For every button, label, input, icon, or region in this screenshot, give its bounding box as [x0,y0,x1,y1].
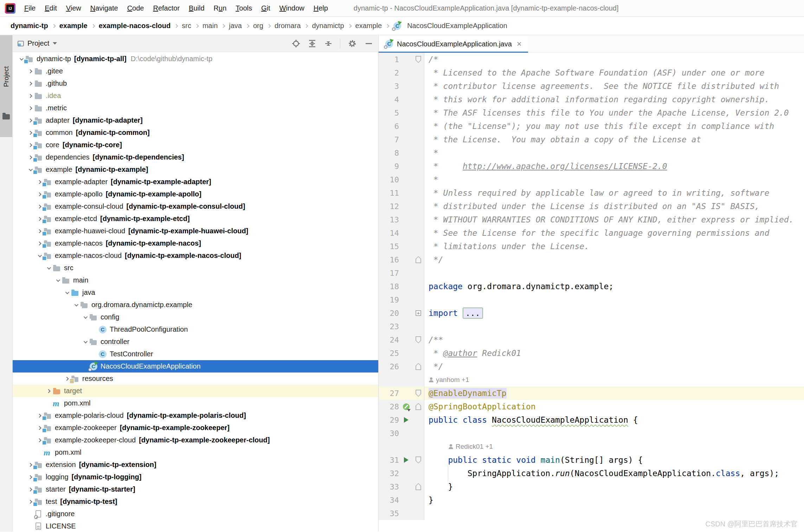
tree-expander-icon[interactable] [63,288,71,297]
fold-marker-icon[interactable]: + [413,310,424,316]
breadcrumb-item-main[interactable]: main [202,22,218,30]
tree-item-.gitignore[interactable]: .gitignore [13,508,378,520]
editor-gutter[interactable]: 1 [379,53,424,66]
editor-gutter[interactable]: 23 [379,320,424,333]
tree-item-java[interactable]: java [13,286,378,299]
tree-expander-icon[interactable] [26,92,34,100]
breadcrumb-item-org[interactable]: org [253,22,263,30]
editor-gutter[interactable]: 32 [379,467,424,480]
tree-item-example-zookeeper[interactable]: example-zookeeper[dynamic-tp-example-zoo… [13,422,378,434]
tree-item-example[interactable]: example[dynamic-tp-example] [13,163,378,176]
tree-item-common[interactable]: common[dynamic-tp-common] [13,126,378,139]
tree-item-dynamic-tp[interactable]: dynamic-tp[dynamic-tp-all]D:\code\github… [13,53,378,65]
fold-marker-icon[interactable] [413,56,424,63]
tree-item-adapter[interactable]: adapter[dynamic-tp-adapter] [13,114,378,126]
editor-gutter[interactable]: 8 [379,146,424,160]
tree-item-example-zookeeper-cloud[interactable]: example-zookeeper-cloud[dynamic-tp-examp… [13,434,378,446]
tree-item-controller[interactable]: controller [13,336,378,348]
menu-navigate[interactable]: Navigate [86,4,123,12]
editor-gutter[interactable]: 14 [379,226,424,240]
tree-item-src[interactable]: src [13,262,378,274]
expand-all-icon[interactable] [308,39,317,48]
tree-item-.github[interactable]: .github [13,77,378,90]
menu-refactor[interactable]: Refactor [148,4,184,12]
menu-build[interactable]: Build [184,4,209,12]
tree-item-extension[interactable]: extension[dynamic-tp-extension] [13,459,378,471]
editor-gutter[interactable]: 19 [379,293,424,306]
tree-item-example-adapter[interactable]: example-adapter[dynamic-tp-example-adapt… [13,176,378,188]
editor-tab-active[interactable]: C NacosCloudExampleApplication.java × [379,35,528,53]
settings-icon[interactable] [347,39,357,48]
fold-marker-icon[interactable] [413,256,424,263]
fold-marker-icon[interactable] [413,483,424,490]
editor-gutter[interactable]: 31 [379,453,424,467]
tree-item-example-etcd[interactable]: example-etcd[dynamic-tp-example-etcd] [13,213,378,225]
author-inlay-hint[interactable]: yanhom +1 [429,376,469,384]
menu-tools[interactable]: Tools [231,4,257,12]
tree-item-core[interactable]: core[dynamic-tp-core] [13,139,378,151]
tree-item-resources[interactable]: resources [13,372,378,385]
breadcrumb-item-example-nacos-cloud[interactable]: example-nacos-cloud [99,22,171,30]
editor-gutter[interactable] [379,440,424,453]
tree-item-pom.xml[interactable]: mpom.xml [13,397,378,409]
fold-marker-icon[interactable] [413,390,424,397]
menu-code[interactable]: Code [123,4,149,12]
editor-gutter[interactable]: 34 [379,493,424,507]
tree-item-.gitee[interactable]: .gitee [13,65,378,77]
editor-gutter[interactable]: 30 [379,427,424,440]
tree-item-test[interactable]: test[dynamic-tp-test] [13,495,378,508]
project-view-dropdown[interactable]: Project [27,39,49,47]
tree-item-starter[interactable]: starter[dynamic-tp-starter] [13,483,378,495]
fold-marker-icon[interactable] [413,403,424,410]
editor-gutter[interactable]: 4 [379,93,424,106]
tree-item-LICENSE[interactable]: LICENSE [13,520,378,532]
collapse-all-icon[interactable] [324,39,333,48]
editor-gutter[interactable]: 11 [379,186,424,200]
menu-edit[interactable]: Edit [40,4,61,12]
fold-marker-icon[interactable] [413,363,424,370]
editor-gutter[interactable]: 29 [379,413,424,427]
breadcrumb-item-dynamictp[interactable]: dynamictp [312,22,344,30]
editor-gutter[interactable]: 7 [379,133,424,146]
editor-gutter[interactable]: 35 [379,507,424,520]
editor-gutter[interactable]: 10 [379,173,424,186]
breadcrumb-item-dromara[interactable]: dromara [275,22,301,30]
tree-expander-icon[interactable] [44,264,53,272]
breadcrumb-item-dynamic-tp[interactable]: dynamic-tp [11,22,48,30]
editor-gutter[interactable]: 28 [379,400,424,413]
menu-window[interactable]: Window [275,4,309,12]
tree-item-NacosCloudExampleApplication[interactable]: CNacosCloudExampleApplication [13,360,378,372]
spring-bean-icon[interactable] [399,403,413,410]
close-icon[interactable]: × [517,40,522,48]
tree-expander-icon[interactable] [26,104,34,112]
editor-gutter[interactable]: 5 [379,106,424,119]
run-icon[interactable] [399,417,413,423]
tree-item-dependencies[interactable]: dependencies[dynamic-tp-dependencies] [13,151,378,163]
author-inlay-hint[interactable]: Redick01 +1 [448,443,493,450]
tree-item-example-nacos[interactable]: example-nacos[dynamic-tp-example-nacos] [13,237,378,249]
editor-gutter[interactable]: 24 [379,333,424,346]
fold-marker-icon[interactable] [413,336,424,343]
editor-gutter[interactable]: 16 [379,253,424,266]
tree-item-.idea[interactable]: .idea [13,90,378,102]
tree-item-logging[interactable]: logging[dynamic-tp-logging] [13,471,378,483]
editor-gutter[interactable]: 3 [379,79,424,93]
breadcrumb-item-java[interactable]: java [229,22,242,30]
breadcrumb-item-example[interactable]: example [355,22,382,30]
tree-item-.metric[interactable]: .metric [13,102,378,114]
editor-gutter[interactable]: 9 [379,160,424,173]
tree-item-org.dromara.dynamictp.example[interactable]: org.dromara.dynamictp.example [13,299,378,311]
tree-item-main[interactable]: main [13,274,378,286]
tree-item-ThreadPoolConfiguration[interactable]: CThreadPoolConfiguration [13,323,378,336]
editor-gutter[interactable]: 13 [379,213,424,226]
tree-item-TestController[interactable]: CTestController [13,348,378,360]
tree-item-target[interactable]: target [13,385,378,397]
run-icon[interactable] [399,457,413,463]
tree-item-pom.xml[interactable]: mpom.xml [13,446,378,459]
editor-gutter[interactable]: 17 [379,266,424,280]
editor-gutter[interactable]: 2 [379,66,424,79]
menu-git[interactable]: Git [257,4,275,12]
hide-icon[interactable] [364,39,373,48]
breadcrumb-item-example[interactable]: example [59,22,88,30]
tree-item-example-polaris-cloud[interactable]: example-polaris-cloud[dynamic-tp-example… [13,409,378,422]
